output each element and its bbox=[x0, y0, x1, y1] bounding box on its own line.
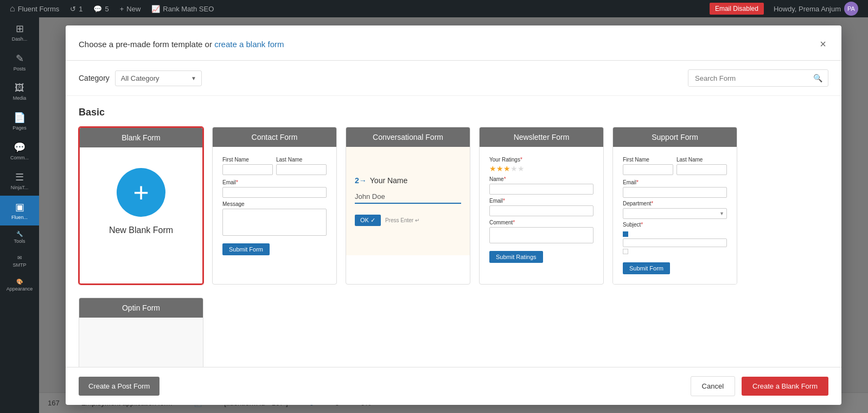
sp-email-input bbox=[623, 187, 727, 198]
sp-firstname-label: First Name bbox=[623, 157, 673, 163]
updates-icon: ↺ bbox=[70, 5, 76, 13]
create-blank-form-button[interactable]: Create a Blank Form bbox=[742, 377, 828, 396]
cancel-button[interactable]: Cancel bbox=[691, 376, 735, 396]
template-card-contact[interactable]: Contact Form First Name Last Name bbox=[212, 127, 337, 285]
sp-dept-label: Department* bbox=[623, 201, 727, 206]
create-post-form-button[interactable]: Create a Post Form bbox=[79, 377, 159, 396]
sidebar-label-dashboard: Dash... bbox=[12, 36, 28, 42]
contact-form-body: First Name Last Name Email* bbox=[213, 147, 336, 265]
conv-ok-button-preview: OK ✓ bbox=[355, 215, 381, 226]
template-card-support[interactable]: Support Form First Name Last Name bbox=[612, 127, 737, 285]
modal-overlay: Choose a pre-made form template or creat… bbox=[39, 17, 868, 413]
howdy-text: Howdy, Prema Anjum PA bbox=[768, 2, 864, 16]
template-card-blank[interactable]: Blank Form + New Blank Form bbox=[79, 127, 203, 285]
sidebar-label-pages: Pages bbox=[12, 125, 27, 131]
conv-form-body: 2→ Your Name OK ✓ Press Enter ↵ bbox=[346, 147, 470, 255]
email-input-preview bbox=[222, 187, 327, 198]
blank-form-body: + New Blank Form bbox=[80, 147, 202, 256]
ratings-label: Your Ratings* bbox=[489, 157, 593, 163]
sp-lastname-label: Last Name bbox=[676, 157, 727, 163]
contact-form-header: Contact Form bbox=[213, 127, 336, 147]
sidebar-item-posts[interactable]: ✎ Posts bbox=[0, 47, 39, 77]
sidebar-label-comments: Comm... bbox=[10, 155, 29, 160]
last-name-label: Last Name bbox=[276, 157, 327, 163]
sidebar-item-pages[interactable]: 📄 Pages bbox=[0, 106, 39, 136]
sidebar-item-comments[interactable]: 💬 Comm... bbox=[0, 136, 39, 166]
optin-template-grid: Optin Form bbox=[79, 298, 828, 367]
category-label: Category bbox=[79, 74, 110, 82]
posts-icon: ✎ bbox=[16, 53, 24, 64]
admin-bar-updates[interactable]: ↺ 1 bbox=[65, 0, 88, 17]
admin-bar-site[interactable]: ⌂ Fluent Forms bbox=[4, 0, 65, 17]
sidebar-item-appearance[interactable]: 🎨 Appearance bbox=[0, 273, 39, 297]
support-form-header: Support Form bbox=[613, 127, 737, 147]
admin-bar-rankmath[interactable]: 📈 Rank Math SEO bbox=[146, 0, 219, 17]
sp-email-label: Email* bbox=[623, 179, 727, 185]
blank-form-icon: + bbox=[117, 168, 165, 217]
sidebar-item-tools[interactable]: 🔧 Tools bbox=[0, 225, 39, 249]
contact-form-preview: First Name Last Name Email* bbox=[218, 152, 331, 260]
pages-icon: 📄 bbox=[14, 112, 25, 124]
create-blank-link[interactable]: create a blank form bbox=[214, 40, 284, 49]
admin-bar: ⌂ Fluent Forms ↺ 1 💬 5 + New 📈 Rank Math… bbox=[0, 0, 868, 17]
sidebar-item-smtp[interactable]: ✉ SMTP bbox=[0, 249, 39, 273]
media-icon: 🖼 bbox=[15, 82, 24, 94]
conv-question: 2→ Your Name bbox=[355, 176, 461, 185]
conv-question-text: Your Name bbox=[370, 176, 408, 185]
footer-right: Cancel Create a Blank Form bbox=[691, 376, 828, 396]
conv-form-header: Conversational Form bbox=[346, 127, 470, 147]
last-name-input-preview bbox=[276, 164, 327, 175]
modal-close-button[interactable]: × bbox=[818, 36, 828, 51]
sp-lastname-input bbox=[676, 164, 727, 175]
main-content: Choose a pre-made form template or creat… bbox=[39, 17, 868, 413]
sidebar-label-tools: Tools bbox=[14, 238, 25, 244]
modal-filter-bar: Category All Category Basic Advanced Pay… bbox=[66, 61, 841, 96]
comment-input-preview bbox=[489, 227, 593, 243]
modal-body: Basic Blank Form + New Blank Form bbox=[66, 96, 841, 367]
sidebar-label-ninjatable: NinjaT... bbox=[11, 185, 29, 190]
sp-firstname-input bbox=[623, 164, 673, 175]
admin-bar-new[interactable]: + New bbox=[114, 0, 146, 17]
comments-icon: 💬 bbox=[93, 5, 102, 13]
sp-subject-options bbox=[623, 231, 727, 254]
email-label: Email* bbox=[222, 179, 327, 185]
email-disabled-badge: Email Disabled bbox=[710, 3, 764, 15]
sidebar-label-appearance: Appearance bbox=[7, 286, 33, 292]
comments-count: 5 bbox=[105, 5, 108, 13]
message-textarea-preview bbox=[222, 209, 327, 236]
search-button[interactable]: 🔍 bbox=[808, 70, 828, 86]
nl-submit-preview: Submit Ratings bbox=[489, 251, 543, 263]
sp-subject-input bbox=[623, 238, 727, 247]
sidebar-item-fluentforms[interactable]: ▣ Fluen... bbox=[0, 196, 39, 225]
sidebar-item-ninjatable[interactable]: ☰ NinjaT... bbox=[0, 166, 39, 196]
site-name: Fluent Forms bbox=[18, 5, 60, 13]
sp-dept-select: ▼ bbox=[623, 208, 727, 219]
nl-email-input-preview bbox=[489, 205, 593, 216]
template-card-newsletter[interactable]: Newsletter Form Your Ratings* ★★★★★ Name… bbox=[479, 127, 604, 285]
template-card-optin[interactable]: Optin Form bbox=[79, 298, 203, 367]
name-input-preview bbox=[489, 184, 593, 195]
first-name-label: First Name bbox=[222, 157, 273, 163]
fluentforms-icon: ▣ bbox=[15, 201, 24, 213]
admin-bar-comments[interactable]: 💬 5 bbox=[88, 0, 114, 17]
ninjatable-icon: ☰ bbox=[15, 171, 24, 183]
sidebar-item-dashboard[interactable]: ⊞ Dash... bbox=[0, 17, 39, 47]
first-name-input-preview bbox=[222, 164, 273, 175]
template-modal: Choose a pre-made form template or creat… bbox=[66, 25, 841, 405]
search-input[interactable] bbox=[688, 70, 808, 86]
wp-sidebar: ⊞ Dash... ✎ Posts 🖼 Media 📄 Pages 💬 Comm… bbox=[0, 17, 39, 413]
newsletter-form-body: Your Ratings* ★★★★★ Name* Email* bbox=[480, 147, 603, 273]
search-box: 🔍 bbox=[688, 69, 828, 87]
template-card-conversational[interactable]: Conversational Form 2→ Your Name bbox=[346, 127, 470, 285]
sidebar-item-media[interactable]: 🖼 Media bbox=[0, 77, 39, 106]
category-select[interactable]: All Category Basic Advanced Payment bbox=[115, 70, 202, 86]
nl-email-label: Email* bbox=[489, 198, 593, 204]
sp-submit-preview: Submit Form bbox=[623, 262, 670, 274]
conv-step-number: 2→ bbox=[355, 176, 367, 185]
optin-form-body bbox=[79, 318, 203, 367]
modal-title: Choose a pre-made form template or creat… bbox=[79, 40, 284, 49]
sp-subject-label: Subject* bbox=[623, 222, 727, 228]
rankmath-label: Rank Math SEO bbox=[163, 5, 214, 13]
modal-header: Choose a pre-made form template or creat… bbox=[66, 25, 841, 61]
rankmath-icon: 📈 bbox=[151, 5, 160, 13]
